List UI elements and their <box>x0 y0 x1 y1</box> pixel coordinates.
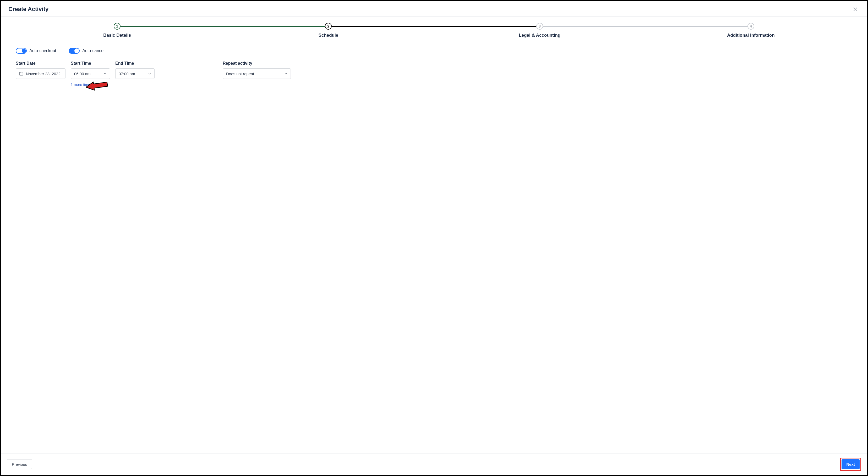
chevron-down-icon <box>284 72 287 75</box>
next-button-highlight: Next <box>840 458 861 471</box>
modal-title: Create Activity <box>8 6 49 12</box>
chevron-down-icon <box>148 72 151 75</box>
step-number: 1 <box>114 23 121 30</box>
repeat-activity-value: Does not repeat <box>226 71 254 76</box>
step-additional-information[interactable]: 4 Additional Information <box>645 23 857 38</box>
start-time-select[interactable]: 06:00 am <box>71 68 110 79</box>
calendar-icon <box>19 71 23 76</box>
auto-cancel-toggle-group: Auto-cancel <box>69 48 104 54</box>
step-schedule[interactable]: 2 Schedule <box>223 23 434 38</box>
repeat-activity-select[interactable]: Does not repeat <box>223 68 291 79</box>
auto-cancel-label: Auto-cancel <box>82 49 104 53</box>
step-label: Schedule <box>318 33 339 38</box>
end-time-field: End Time 07:00 am <box>115 61 155 79</box>
start-date-field: Start Date November 23, 2022 <box>16 61 65 79</box>
modal-body: Auto-checkout Auto-cancel Start Date Nov… <box>1 41 867 453</box>
previous-button[interactable]: Previous <box>7 459 32 469</box>
repeat-activity-label: Repeat activity <box>223 61 291 66</box>
end-time-label: End Time <box>115 61 155 66</box>
step-number: 2 <box>325 23 332 30</box>
end-time-select[interactable]: 07:00 am <box>115 68 155 79</box>
step-legal-accounting[interactable]: 3 Legal & Accounting <box>434 23 645 38</box>
wizard-stepper: 1 Basic Details 2 Schedule 3 Legal & Acc… <box>1 17 867 41</box>
repeat-activity-field: Repeat activity Does not repeat <box>223 61 291 79</box>
start-time-value: 06:00 am <box>74 71 91 76</box>
svg-rect-0 <box>20 72 23 75</box>
start-date-input[interactable]: November 23, 2022 <box>16 68 65 79</box>
toggle-row: Auto-checkout Auto-cancel <box>16 48 852 54</box>
modal-header: Create Activity <box>1 1 867 16</box>
chevron-down-icon <box>103 72 106 75</box>
close-icon[interactable] <box>851 6 860 12</box>
step-label: Legal & Accounting <box>519 33 560 38</box>
auto-checkout-label: Auto-checkout <box>29 49 56 53</box>
start-time-field: Start Time 06:00 am 1 more time slots <box>71 61 110 87</box>
step-number: 3 <box>536 23 543 30</box>
step-label: Additional Information <box>727 33 774 38</box>
start-date-label: Start Date <box>16 61 65 66</box>
next-button[interactable]: Next <box>841 459 860 469</box>
step-basic-details[interactable]: 1 Basic Details <box>11 23 223 38</box>
step-label: Basic Details <box>103 33 131 38</box>
auto-cancel-toggle[interactable] <box>69 48 80 54</box>
end-time-value: 07:00 am <box>119 71 135 76</box>
step-number: 4 <box>747 23 754 30</box>
create-activity-modal: Create Activity 1 Basic Details 2 Schedu… <box>0 0 868 476</box>
auto-checkout-toggle[interactable] <box>16 48 27 54</box>
modal-footer: Previous Next <box>1 453 867 475</box>
start-date-value: November 23, 2022 <box>26 71 61 76</box>
fields-row: Start Date November 23, 2022 Start Time … <box>16 61 852 87</box>
start-time-label: Start Time <box>71 61 110 66</box>
more-time-slots-link[interactable]: 1 more time slots <box>71 83 99 87</box>
auto-checkout-toggle-group: Auto-checkout <box>16 48 56 54</box>
